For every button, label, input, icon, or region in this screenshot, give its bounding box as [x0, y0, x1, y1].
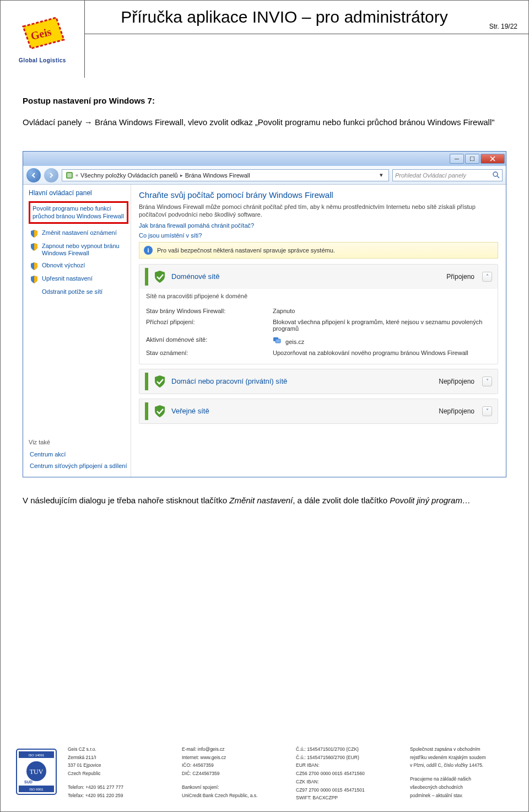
sidebar-item-allow-program[interactable]: Povolit programu nebo funkci průchod brá… [29, 201, 128, 224]
svg-rect-3 [67, 173, 72, 178]
section-heading: Postup nastavení pro Windows 7: [23, 93, 506, 109]
admin-alert: i Pro vaši bezpečnost některá nastavení … [139, 242, 498, 259]
footer-line: Geis CZ s.r.o. [68, 746, 175, 753]
status-stripe [145, 268, 148, 286]
sidebar-item-troubleshoot[interactable]: Odstranit potíže se sítí [29, 286, 128, 299]
footer-line: UniCredit Bank Czech Republic, a.s. [182, 792, 289, 799]
para2-em2: Povolit jiný program… [390, 496, 471, 505]
svg-text:SUD: SUD [24, 780, 33, 784]
close-button[interactable] [481, 154, 505, 164]
row-key: Stav brány Windows Firewall: [146, 308, 273, 314]
breadcrumb[interactable]: « Všechny položky Ovládacích panelů ▸ Br… [62, 169, 389, 181]
network-status: Nepřipojeno [439, 378, 474, 385]
footer-line: CZ97 2700 0000 0015 45471501 [296, 787, 403, 794]
chevron-icon: « [75, 173, 78, 178]
back-button[interactable] [26, 168, 41, 182]
network-caption: Sítě na pracovišti připojené k doméně [146, 292, 491, 300]
doc-title: Příručka aplikace INVIO – pro administrá… [121, 8, 448, 26]
footer-line: Bankovní spojení: [182, 784, 289, 791]
footer-line: DIČ: CZ44567359 [182, 770, 289, 777]
row-value: Zapnuto [273, 308, 491, 314]
footer-line: v Plzni, oddíl C, číslo vložky 14475. [410, 762, 517, 769]
sidebar-item-label: Upřesnit nastavení [42, 275, 93, 284]
network-group-domain: Doménové sítě Připojeno ˄ Sítě na pracov… [139, 264, 498, 364]
row-value-text: geis.cz [285, 338, 304, 345]
sidebar-item-toggle-firewall[interactable]: Zapnout nebo vypnout bránu Windows Firew… [29, 240, 128, 260]
window-titlebar: ─ ☐ [23, 152, 506, 166]
breadcrumb-level2[interactable]: Brána Windows Firewall [185, 172, 250, 179]
network-name: Domácí nebo pracovní (privátní) sítě [171, 377, 434, 385]
chevron-right-icon: ▸ [180, 173, 183, 178]
doc-body: Postup nastavení pro Windows 7: Ovládací… [1, 78, 528, 148]
instruction-para-2: V následujícím dialogu je třeba nahoře s… [23, 493, 506, 509]
sidebar-item-label: Obnovit výchozí [42, 262, 85, 271]
forward-button[interactable] [44, 168, 58, 182]
info-icon: i [144, 246, 153, 255]
sidebar-item-label: Zapnout nebo vypnout bránu Windows Firew… [42, 243, 127, 258]
shield-icon [30, 229, 39, 238]
network-status: Nepřipojeno [439, 407, 474, 415]
main-subtext: Brána Windows Firewall může pomoci chrán… [139, 203, 498, 219]
search-icon [492, 171, 500, 180]
footer-line: E-mail: info@geis.cz [182, 746, 289, 753]
svg-rect-7 [276, 339, 280, 343]
see-also-title: Viz také [29, 439, 128, 445]
alert-text: Pro vaši bezpečnost některá nastavení sp… [157, 247, 335, 254]
maximize-button[interactable]: ☐ [465, 154, 479, 164]
status-stripe [145, 402, 148, 420]
sidebar-item-notifications[interactable]: Změnit nastavení oznámení [29, 227, 128, 240]
shield-check-icon [153, 404, 167, 418]
sidebar-item-advanced[interactable]: Upřesnit nastavení [29, 273, 128, 286]
help-link-locations[interactable]: Co jsou umístění v síti? [139, 232, 498, 239]
network-row: Stav oznámení: Upozorňovat na zablokován… [146, 347, 491, 358]
footer-line: podmínek – aktuální stav. [410, 792, 517, 799]
sidebar-title[interactable]: Hlavní ovládací panel [29, 189, 128, 197]
expand-icon[interactable]: ˅ [482, 406, 492, 416]
geis-logo: Geis [18, 15, 67, 54]
footer-line: Č.ú.: 1545471501/2700 (CZK) [296, 746, 403, 753]
breadcrumb-level1[interactable]: Všechny položky Ovládacích panelů [80, 172, 178, 179]
collapse-icon[interactable]: ˄ [482, 272, 492, 282]
tuv-logo: ISO 14001 TUV ISO 9001 SUD [12, 746, 61, 803]
network-group-header[interactable]: Doménové sítě Připojeno ˄ [139, 265, 498, 289]
svg-line-5 [497, 176, 499, 178]
row-key: Stav oznámení: [146, 349, 273, 356]
instruction-para-1: Ovládací panely → Brána Windows Firewall… [23, 115, 506, 131]
footer-line: 337 01 Ejpovice [68, 762, 175, 769]
svg-text:ISO 9001: ISO 9001 [29, 788, 44, 791]
see-also-label: Centrum akcí [30, 451, 66, 459]
see-also-network-center[interactable]: Centrum síťových připojení a sdílení [29, 460, 128, 472]
svg-text:ISO 14001: ISO 14001 [29, 754, 45, 757]
footer-line: Czech Republic [68, 770, 175, 777]
help-link-how-protects[interactable]: Jak brána firewall pomáhá chránit počíta… [139, 222, 498, 229]
network-row: Příchozí připojení: Blokovat všechna při… [146, 316, 491, 334]
status-stripe [145, 373, 148, 390]
row-key: Aktivní doménové sítě: [146, 336, 273, 345]
expand-icon[interactable]: ˅ [482, 377, 492, 386]
breadcrumb-dropdown-icon[interactable]: ▾ [376, 170, 385, 181]
shield-icon [30, 243, 39, 251]
footer-line: IČO: 44567359 [182, 762, 289, 769]
footer-line: Č.ú.: 1545471560/2700 (EUR) [296, 754, 403, 761]
control-panel-icon [66, 171, 73, 179]
search-input[interactable]: Prohledat Ovládací panely [392, 169, 503, 181]
footer-col-address: Geis CZ s.r.o. Zemská 211/I 337 01 Ejpov… [68, 746, 175, 803]
footer-line: Zemská 211/I [68, 754, 175, 761]
footer-line: Společnost zapsána v obchodním [410, 746, 517, 753]
footer-col-contact: E-mail: info@geis.cz Internet: www.geis.… [182, 746, 289, 803]
main-heading: Chraňte svůj počítač pomocí brány Window… [139, 190, 498, 200]
network-row: Stav brány Windows Firewall: Zapnuto [146, 305, 491, 316]
footer-line: Internet: www.geis.cz [182, 754, 289, 761]
see-also-action-center[interactable]: Centrum akcí [29, 449, 128, 461]
network-group-header[interactable]: Veřejné sítě Nepřipojeno ˅ [139, 399, 498, 423]
network-group-private: Domácí nebo pracovní (privátní) sítě Nep… [139, 369, 498, 394]
sidebar-item-label: Změnit nastavení oznámení [42, 229, 117, 238]
shield-check-icon [153, 374, 167, 389]
doc-body-2: V následujícím dialogu je třeba nahoře s… [1, 483, 528, 526]
para2-pre: V následujícím dialogu je třeba nahoře s… [23, 496, 229, 505]
minimize-button[interactable]: ─ [450, 154, 464, 164]
network-group-header[interactable]: Domácí nebo pracovní (privátní) sítě Nep… [139, 369, 498, 394]
sidebar-item-restore-defaults[interactable]: Obnovit výchozí [29, 260, 128, 273]
logo-subtitle: Global Logistics [12, 57, 73, 63]
footer-line: EUR IBAN: [296, 762, 403, 769]
